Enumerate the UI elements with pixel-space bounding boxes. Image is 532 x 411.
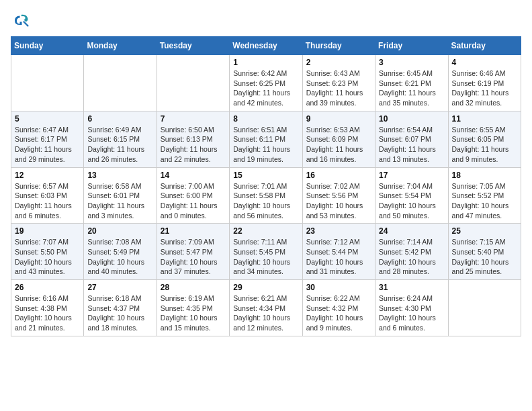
day-info: Sunrise: 7:14 AM Sunset: 5:42 PM Dayligh… — [379, 237, 444, 277]
day-number: 2 — [306, 58, 371, 67]
day-number: 19 — [15, 226, 80, 236]
calendar-cell: 23Sunrise: 7:12 AM Sunset: 5:44 PM Dayli… — [302, 224, 375, 280]
day-info: Sunrise: 6:42 AM Sunset: 6:25 PM Dayligh… — [233, 68, 298, 108]
page-header — [11, 11, 521, 31]
day-number: 20 — [87, 226, 152, 236]
calendar-cell: 22Sunrise: 7:11 AM Sunset: 5:45 PM Dayli… — [230, 224, 302, 280]
day-number: 5 — [15, 114, 80, 124]
day-header-friday: Friday — [375, 37, 448, 55]
calendar-cell: 5Sunrise: 6:47 AM Sunset: 6:17 PM Daylig… — [11, 111, 84, 167]
day-number: 31 — [379, 283, 444, 292]
calendar-cell: 26Sunrise: 6:16 AM Sunset: 4:38 PM Dayli… — [11, 280, 84, 336]
day-header-sunday: Sunday — [11, 37, 84, 55]
day-info: Sunrise: 7:01 AM Sunset: 5:58 PM Dayligh… — [233, 181, 298, 221]
day-number: 3 — [379, 58, 444, 67]
day-header-monday: Monday — [84, 37, 157, 55]
calendar-cell — [448, 280, 521, 336]
day-info: Sunrise: 6:43 AM Sunset: 6:23 PM Dayligh… — [306, 68, 371, 108]
day-number: 15 — [233, 171, 298, 180]
calendar-header-row: SundayMondayTuesdayWednesdayThursdayFrid… — [11, 37, 521, 55]
day-number: 21 — [161, 226, 226, 236]
day-info: Sunrise: 7:08 AM Sunset: 5:49 PM Dayligh… — [87, 237, 152, 277]
calendar-cell: 14Sunrise: 7:00 AM Sunset: 6:00 PM Dayli… — [157, 167, 229, 224]
calendar-cell: 28Sunrise: 6:19 AM Sunset: 4:35 PM Dayli… — [157, 280, 229, 336]
calendar-cell: 18Sunrise: 7:05 AM Sunset: 5:52 PM Dayli… — [448, 167, 521, 224]
calendar-cell: 1Sunrise: 6:42 AM Sunset: 6:25 PM Daylig… — [230, 55, 302, 111]
calendar-cell: 15Sunrise: 7:01 AM Sunset: 5:58 PM Dayli… — [230, 167, 302, 224]
calendar-cell: 31Sunrise: 6:24 AM Sunset: 4:30 PM Dayli… — [375, 280, 448, 336]
calendar-cell: 6Sunrise: 6:49 AM Sunset: 6:15 PM Daylig… — [84, 111, 157, 167]
day-header-saturday: Saturday — [448, 37, 521, 55]
calendar-cell: 30Sunrise: 6:22 AM Sunset: 4:32 PM Dayli… — [302, 280, 375, 336]
calendar-cell: 8Sunrise: 6:51 AM Sunset: 6:11 PM Daylig… — [230, 111, 302, 167]
week-row-1: 1Sunrise: 6:42 AM Sunset: 6:25 PM Daylig… — [11, 55, 521, 111]
day-info: Sunrise: 6:16 AM Sunset: 4:38 PM Dayligh… — [15, 293, 80, 333]
day-info: Sunrise: 7:15 AM Sunset: 5:40 PM Dayligh… — [452, 237, 517, 277]
calendar-cell: 24Sunrise: 7:14 AM Sunset: 5:42 PM Dayli… — [375, 224, 448, 280]
day-info: Sunrise: 7:07 AM Sunset: 5:50 PM Dayligh… — [15, 237, 80, 277]
day-info: Sunrise: 6:51 AM Sunset: 6:11 PM Dayligh… — [233, 125, 298, 165]
day-number: 22 — [233, 226, 298, 236]
day-info: Sunrise: 6:55 AM Sunset: 6:05 PM Dayligh… — [452, 125, 517, 165]
day-number: 30 — [306, 283, 371, 292]
svg-rect-0 — [11, 11, 31, 31]
calendar-cell: 4Sunrise: 6:46 AM Sunset: 6:19 PM Daylig… — [448, 55, 521, 111]
day-number: 6 — [87, 114, 152, 124]
calendar-cell: 12Sunrise: 6:57 AM Sunset: 6:03 PM Dayli… — [11, 167, 84, 224]
day-number: 16 — [306, 171, 371, 180]
day-info: Sunrise: 7:09 AM Sunset: 5:47 PM Dayligh… — [161, 237, 226, 277]
day-number: 11 — [452, 114, 517, 124]
day-header-tuesday: Tuesday — [157, 37, 229, 55]
calendar-cell: 11Sunrise: 6:55 AM Sunset: 6:05 PM Dayli… — [448, 111, 521, 167]
calendar-cell — [157, 55, 229, 111]
day-number: 29 — [233, 283, 298, 292]
calendar-cell: 3Sunrise: 6:45 AM Sunset: 6:21 PM Daylig… — [375, 55, 448, 111]
day-info: Sunrise: 6:46 AM Sunset: 6:19 PM Dayligh… — [452, 68, 517, 108]
day-number: 9 — [306, 114, 371, 124]
day-number: 27 — [87, 283, 152, 292]
day-info: Sunrise: 7:12 AM Sunset: 5:44 PM Dayligh… — [306, 237, 371, 277]
calendar-cell — [84, 55, 157, 111]
day-header-wednesday: Wednesday — [230, 37, 302, 55]
calendar-cell: 21Sunrise: 7:09 AM Sunset: 5:47 PM Dayli… — [157, 224, 229, 280]
day-number: 28 — [161, 283, 226, 292]
day-number: 8 — [233, 114, 298, 124]
week-row-2: 5Sunrise: 6:47 AM Sunset: 6:17 PM Daylig… — [11, 111, 521, 167]
day-info: Sunrise: 6:24 AM Sunset: 4:30 PM Dayligh… — [379, 293, 444, 333]
week-row-3: 12Sunrise: 6:57 AM Sunset: 6:03 PM Dayli… — [11, 167, 521, 224]
day-info: Sunrise: 6:19 AM Sunset: 4:35 PM Dayligh… — [161, 293, 226, 333]
day-number: 23 — [306, 226, 371, 236]
calendar-cell: 2Sunrise: 6:43 AM Sunset: 6:23 PM Daylig… — [302, 55, 375, 111]
day-info: Sunrise: 6:57 AM Sunset: 6:03 PM Dayligh… — [15, 181, 80, 221]
calendar-table: SundayMondayTuesdayWednesdayThursdayFrid… — [11, 36, 521, 336]
day-info: Sunrise: 6:18 AM Sunset: 4:37 PM Dayligh… — [87, 293, 152, 333]
day-info: Sunrise: 6:47 AM Sunset: 6:17 PM Dayligh… — [15, 125, 80, 165]
day-number: 17 — [379, 171, 444, 180]
calendar-cell: 27Sunrise: 6:18 AM Sunset: 4:37 PM Dayli… — [84, 280, 157, 336]
day-info: Sunrise: 6:45 AM Sunset: 6:21 PM Dayligh… — [379, 68, 444, 108]
day-number: 7 — [161, 114, 226, 124]
day-info: Sunrise: 6:22 AM Sunset: 4:32 PM Dayligh… — [306, 293, 371, 333]
day-info: Sunrise: 6:50 AM Sunset: 6:13 PM Dayligh… — [161, 125, 226, 165]
calendar-cell: 16Sunrise: 7:02 AM Sunset: 5:56 PM Dayli… — [302, 167, 375, 224]
logo-icon — [11, 11, 31, 31]
day-number: 18 — [452, 171, 517, 180]
calendar-cell: 13Sunrise: 6:58 AM Sunset: 6:01 PM Dayli… — [84, 167, 157, 224]
day-info: Sunrise: 6:49 AM Sunset: 6:15 PM Dayligh… — [87, 125, 152, 165]
day-info: Sunrise: 7:02 AM Sunset: 5:56 PM Dayligh… — [306, 181, 371, 221]
calendar-cell: 9Sunrise: 6:53 AM Sunset: 6:09 PM Daylig… — [302, 111, 375, 167]
calendar-cell: 20Sunrise: 7:08 AM Sunset: 5:49 PM Dayli… — [84, 224, 157, 280]
calendar-cell: 10Sunrise: 6:54 AM Sunset: 6:07 PM Dayli… — [375, 111, 448, 167]
day-info: Sunrise: 7:05 AM Sunset: 5:52 PM Dayligh… — [452, 181, 517, 221]
calendar-cell: 29Sunrise: 6:21 AM Sunset: 4:34 PM Dayli… — [230, 280, 302, 336]
week-row-4: 19Sunrise: 7:07 AM Sunset: 5:50 PM Dayli… — [11, 224, 521, 280]
calendar-cell — [11, 55, 84, 111]
day-info: Sunrise: 7:00 AM Sunset: 6:00 PM Dayligh… — [161, 181, 226, 221]
day-info: Sunrise: 6:58 AM Sunset: 6:01 PM Dayligh… — [87, 181, 152, 221]
day-number: 10 — [379, 114, 444, 124]
day-number: 26 — [15, 283, 80, 292]
day-info: Sunrise: 7:11 AM Sunset: 5:45 PM Dayligh… — [233, 237, 298, 277]
calendar-cell: 17Sunrise: 7:04 AM Sunset: 5:54 PM Dayli… — [375, 167, 448, 224]
day-info: Sunrise: 6:21 AM Sunset: 4:34 PM Dayligh… — [233, 293, 298, 333]
day-number: 1 — [233, 58, 298, 67]
